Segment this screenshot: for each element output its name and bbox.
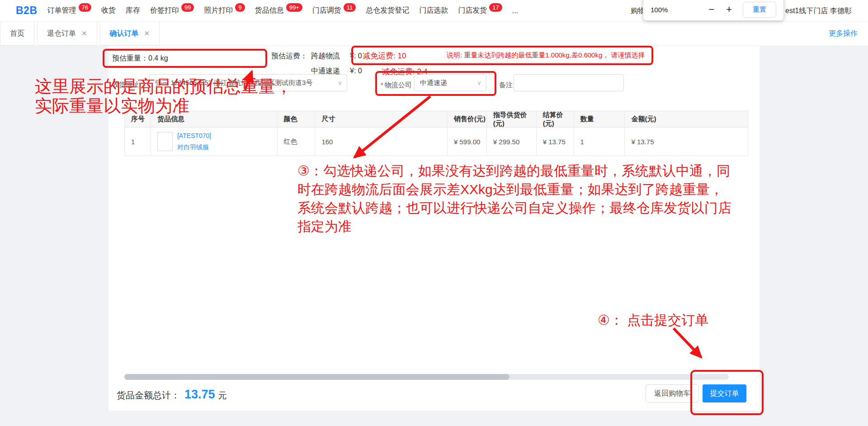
close-icon[interactable]: ✕ (81, 29, 87, 38)
nav-item-label: 门店调货 (312, 6, 341, 14)
nav-item-store-style-pick[interactable]: 门店选款 (419, 6, 448, 15)
freight-discount-note: 说明: 重量未达到跨越的最低重量1.000kg,差0.600kg， 请谨慎选择 (447, 51, 645, 60)
zoom-out-icon[interactable]: − (706, 4, 717, 15)
logistics-company-select[interactable]: 中通速递 ∨ (414, 74, 486, 91)
product-name-link[interactable]: 对白羽绒服 (177, 143, 211, 151)
freight-discount-1: 减免运费: 10 (363, 51, 406, 61)
nav-item-store-transfer[interactable]: 门店调货11 (312, 6, 356, 15)
annotation-line: 系统会默认跨越；也可以进行快递公司自定义操作；最终仓库发货以门店 (297, 199, 731, 217)
nav-item-label: 收货 (101, 6, 116, 14)
product-links: [ATEST070] 对白羽绒服 (177, 132, 211, 151)
store-name[interactable]: est1线下门店 (785, 6, 828, 16)
cell-product: [ATEST070] 对白羽绒服 (151, 128, 278, 156)
annotation-step3: ③：勾选快递公司，如果没有达到跨越的最低重量时，系统默认中通，同 时在跨越物流后… (297, 161, 731, 236)
nav-item-photo-print[interactable]: 照片打印9 (204, 6, 245, 15)
logistics-company-value: 中通速递 (420, 79, 447, 87)
annotation-line: 指定为准 (297, 217, 731, 236)
tab-label: 首页 (10, 29, 24, 38)
ellipsis-icon: ... (512, 7, 518, 14)
more-actions-link[interactable]: 更多操作 (829, 29, 858, 38)
carrier-name: 跨越物流 (311, 52, 340, 60)
brand-logo[interactable]: B2B (16, 5, 38, 17)
close-icon[interactable]: ✕ (144, 29, 150, 38)
nav-item-store-shipment[interactable]: 门店发货17 (458, 6, 502, 15)
nav-item-price-tag-print[interactable]: 价签打印99 (150, 6, 194, 15)
nav-item-label: 库存 (126, 6, 140, 14)
nav-item-more-ellipsis[interactable]: ... (512, 7, 518, 15)
nav-item-inventory[interactable]: 库存 (126, 6, 140, 15)
horizontal-scrollbar-thumb[interactable] (124, 374, 509, 380)
cell-amount: ¥ 13.75 (625, 128, 748, 156)
nav-menu: 订单管理76 收货 库存 价签打印99 照片打印9 货品信息99+ 门店调货11… (47, 6, 519, 15)
product-code-link[interactable]: [ATEST070] (177, 132, 211, 139)
column-header-settle-price: 结算价(元) (537, 111, 574, 127)
estimated-weight-value: 0.4 kg (148, 54, 168, 62)
column-header-qty: 数量 (574, 111, 625, 127)
annotation-step4: ④： 点击提交订单 (598, 311, 708, 330)
zoom-reset-button[interactable]: 重置 (743, 2, 776, 18)
tab-label: 退仓订单 (47, 29, 76, 38)
back-to-cart-button[interactable]: 返回购物车 (646, 384, 699, 402)
cell-size: 160 (315, 128, 448, 156)
count-badge: 9 (235, 3, 245, 12)
column-header-size: 尺寸 (315, 111, 448, 127)
tab-bar: 首页 退仓订单✕ 确认订单✕ 更多操作 (0, 22, 868, 46)
total-amount-label: 货品金额总计： (117, 389, 180, 402)
nav-item-label: 价签打印 (150, 6, 179, 14)
count-badge: 99+ (286, 3, 302, 12)
nav-item-label: 货品信息 (255, 6, 284, 14)
total-amount-value: 13.75 (184, 388, 215, 402)
zoom-level-value: 100% (651, 6, 668, 14)
remark-input[interactable] (514, 74, 624, 91)
nav-item-receive[interactable]: 收货 (101, 6, 116, 15)
freight-row-kuayue: 跨越物流¥: 0 (311, 52, 362, 61)
annotation-line: 实际重量以实物为准 (35, 96, 292, 116)
tab-return-warehouse-order[interactable]: 退仓订单✕ (37, 22, 97, 46)
estimated-freight-label: 预估运费： (271, 52, 307, 61)
count-badge: 76 (79, 3, 91, 12)
b2b-order-confirm-screen: B2B 订单管理76 收货 库存 价签打印99 照片打印9 货品信息99+ 门店… (0, 0, 868, 426)
carrier-name: 中通速递 (311, 67, 340, 75)
total-amount-unit: 元 (218, 390, 227, 402)
cell-seq: 1 (125, 128, 151, 156)
table-row: 1 [ATEST070] 对白羽绒服 红色 160 ¥ 599.00 ¥ 299… (125, 128, 748, 156)
column-header-amount: 金额(元) (625, 111, 748, 127)
zoom-in-icon[interactable]: + (723, 4, 735, 15)
tab-label: 确认订单 (110, 29, 139, 38)
estimated-weight-label: 预估重量： (112, 54, 148, 62)
cell-settle-price: ¥ 13.75 (537, 128, 574, 156)
nav-item-label: 订单管理 (47, 6, 76, 14)
nav-item-label: 门店选款 (419, 6, 448, 14)
cell-color: 红色 (278, 128, 316, 156)
chevron-down-icon: ∨ (338, 79, 342, 86)
nav-item-label: 总仓发货登记 (366, 6, 409, 14)
nav-item-goods-info[interactable]: 货品信息99+ (255, 6, 302, 15)
count-badge: 11 (344, 3, 356, 12)
product-thumbnail[interactable] (157, 132, 173, 151)
annotation-line: 时在跨越物流后面会展示差XXkg达到最低重量；如果达到了跨越重量， (297, 180, 731, 199)
tab-confirm-order[interactable]: 确认订单✕ (100, 22, 160, 46)
logistics-company-label: *物流公司： (381, 81, 419, 90)
nav-item-label: 照片打印 (204, 6, 233, 14)
order-items-table: 序号 货品信息 颜色 尺寸 销售价(元) 指导供货价(元) 结算价(元) 数量 … (124, 111, 748, 156)
estimated-weight: 预估重量：0.4 kg (112, 54, 168, 63)
column-header-sale-price: 销售价(元) (448, 111, 487, 127)
nav-item-label: 门店发货 (458, 6, 487, 14)
annotation-line: 这里展示的是商品的预估总重量， (35, 77, 292, 96)
cell-guide-price: ¥ 299.50 (487, 128, 537, 156)
count-badge: 17 (489, 3, 502, 12)
tab-home[interactable]: 首页 (0, 22, 34, 46)
total-amount: 货品金额总计： 13.75 元 (117, 388, 227, 402)
browser-zoom-popup: 100% − + 重置 (643, 0, 784, 21)
logistics-label-text: 物流公司： (385, 81, 419, 89)
annotation-line: ③：勾选快递公司，如果没有达到跨越的最低重量时，系统默认中通，同 (297, 161, 731, 180)
nav-item-order-management[interactable]: 订单管理76 (47, 6, 91, 15)
chevron-down-icon: ∨ (477, 79, 481, 86)
submit-order-button[interactable]: 提交订单 (703, 384, 746, 402)
count-badge: 99 (181, 3, 194, 12)
user-name[interactable]: 李德彰 (830, 6, 852, 16)
carrier-amount: ¥: 0 (350, 52, 362, 60)
annotation-weight-note: 这里展示的是商品的预估总重量， 实际重量以实物为准 (35, 77, 292, 116)
nav-item-warehouse-shipment-register[interactable]: 总仓发货登记 (366, 6, 409, 15)
carrier-amount: ¥: 0 (350, 67, 362, 75)
